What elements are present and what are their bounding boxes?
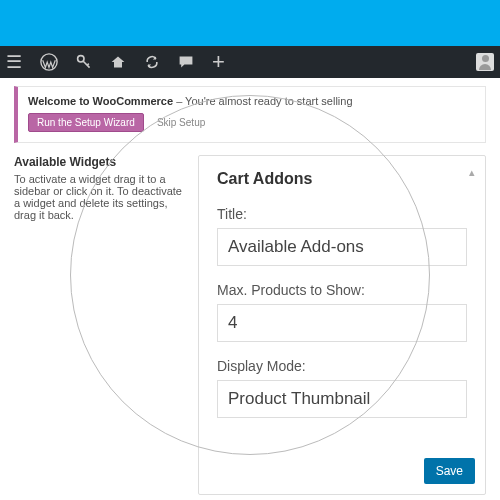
title-label: Title: [217, 206, 467, 222]
welcome-bold: Welcome to WooCommerce [28, 95, 173, 107]
widget-title: Cart Addons [217, 170, 467, 188]
new-plus-icon[interactable]: + [212, 49, 225, 75]
title-input[interactable] [217, 228, 467, 266]
display-mode-label: Display Mode: [217, 358, 467, 374]
svg-line-3 [87, 64, 89, 66]
top-header-bar [0, 0, 500, 46]
collapse-toggle-icon[interactable]: ▴ [469, 166, 475, 179]
svg-point-1 [78, 56, 84, 62]
refresh-icon[interactable] [144, 54, 160, 70]
key-icon[interactable] [76, 54, 92, 70]
max-products-input[interactable] [217, 304, 467, 342]
save-button[interactable]: Save [424, 458, 475, 484]
available-widgets-title: Available Widgets [14, 155, 184, 169]
cart-addons-widget: ▴ Cart Addons Title: Max. Products to Sh… [198, 155, 486, 495]
wp-admin-bar: ☰ + [0, 46, 500, 78]
comment-icon[interactable] [178, 54, 194, 70]
hamburger-menu-icon[interactable]: ☰ [6, 51, 22, 73]
display-mode-input[interactable] [217, 380, 467, 418]
home-icon[interactable] [110, 54, 126, 70]
max-products-label: Max. Products to Show: [217, 282, 467, 298]
welcome-rest: – You're almost ready to start selling [173, 95, 352, 107]
run-setup-wizard-button[interactable]: Run the Setup Wizard [28, 113, 144, 132]
available-widgets-sidebar: Available Widgets To activate a widget d… [14, 155, 184, 495]
skip-setup-link[interactable]: Skip Setup [157, 117, 205, 128]
available-widgets-help: To activate a widget drag it to a sideba… [14, 173, 184, 221]
user-avatar-icon[interactable] [476, 53, 494, 71]
welcome-notice: Welcome to WooCommerce – You're almost r… [14, 86, 486, 143]
wordpress-logo-icon[interactable] [40, 53, 58, 71]
